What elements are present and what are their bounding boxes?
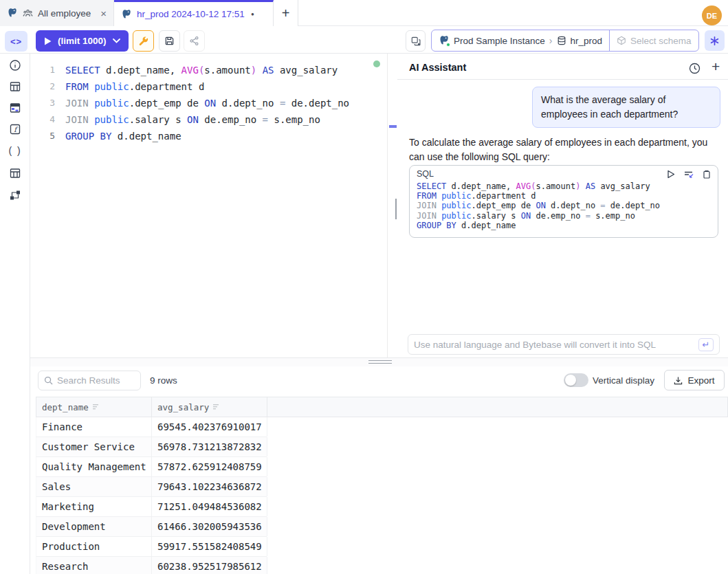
sort-icon[interactable]	[213, 404, 220, 410]
cube-icon	[617, 36, 626, 45]
toggle-knob	[565, 375, 576, 386]
sidebar-item-external-tables[interactable]	[8, 166, 22, 180]
postgres-icon	[439, 35, 450, 46]
table-cell[interactable]: 61466.302005943536	[152, 517, 267, 536]
table-row[interactable]: Customer Service56978.731213872832	[36, 437, 267, 457]
table-row[interactable]: Finance69545.402376910017	[36, 417, 267, 437]
database-selector[interactable]: Prod Sample Instance › hr_prod	[432, 30, 609, 51]
user-message-bubble: What is the average salary of employees …	[532, 87, 720, 128]
table-icon	[9, 167, 21, 179]
search-results-box	[38, 371, 141, 390]
code-line: JOIN public.dept_emp de ON d.dept_no = d…	[417, 201, 711, 210]
search-results-input[interactable]	[57, 375, 135, 386]
table-cell[interactable]: Quality Management	[36, 457, 152, 476]
ai-panel-title: AI Assistant	[409, 62, 466, 73]
table-row[interactable]: Marketing71251.049484536082	[36, 497, 267, 517]
table-cell[interactable]: 59917.551582408549	[152, 537, 267, 556]
enter-key-icon[interactable]: ↵	[698, 338, 714, 351]
sidebar-rail: f ( )	[0, 54, 30, 574]
tab-hr-prod-active[interactable]: hr_prod 2024-10-12 17:51 ●	[114, 0, 274, 26]
table-row[interactable]: Research60238.952517985612	[36, 557, 267, 574]
sidebar-item-data[interactable]	[8, 101, 22, 115]
parentheses-icon: ( )	[8, 145, 21, 156]
sidebar-item-tables[interactable]	[8, 80, 22, 93]
table-cell[interactable]: 69545.402376910017	[152, 417, 267, 437]
format-sql-button[interactable]	[133, 30, 154, 52]
ai-input-box: ↵	[408, 334, 720, 355]
ai-prompt-input[interactable]	[414, 340, 698, 350]
scrollbar-mark	[389, 125, 397, 128]
table-row[interactable]: Quality Management57872.625912408759	[36, 457, 267, 477]
new-chat-button[interactable]: +	[712, 58, 720, 75]
code-line[interactable]: 4JOIN public.salary s ON de.emp_no = s.e…	[30, 111, 397, 128]
column-header-avg_salary[interactable]: avg_salary	[152, 397, 267, 417]
new-tab-button[interactable]: +	[274, 0, 298, 26]
table-cell[interactable]: 71251.049484536082	[152, 497, 267, 516]
table-cell[interactable]: Marketing	[36, 497, 152, 516]
copy-icon[interactable]	[703, 170, 711, 179]
code-line: JOIN public.salary s ON de.emp_no = s.em…	[417, 211, 711, 221]
avatar[interactable]: DE	[702, 5, 722, 25]
code-line[interactable]: 1SELECT d.dept_name, AVG(s.amount) AS av…	[30, 62, 397, 78]
connection-health-dot	[373, 60, 380, 67]
table-cell[interactable]: 60238.952517985612	[152, 557, 267, 574]
close-icon[interactable]: ×	[100, 8, 107, 19]
database-name: hr_prod	[571, 36, 603, 46]
tab-label: All employee	[38, 8, 91, 19]
export-button[interactable]: Export	[664, 370, 725, 390]
results-resize-divider[interactable]	[30, 357, 728, 366]
sidebar-item-procedures[interactable]: ( )	[8, 144, 22, 157]
code-line[interactable]: 5GROUP BY d.dept_name	[30, 128, 397, 144]
line-number: 3	[30, 95, 55, 111]
run-code-icon[interactable]	[667, 170, 675, 179]
colored-table-icon	[9, 102, 21, 114]
column-header-dept_name[interactable]: dept_name	[36, 397, 152, 417]
table-cell[interactable]: 56978.731213872832	[152, 437, 267, 456]
table-row[interactable]: Development61466.302005943536	[36, 517, 267, 537]
save-button[interactable]	[159, 30, 180, 52]
history-clock-icon[interactable]	[689, 63, 701, 74]
code-line[interactable]: 3JOIN public.dept_emp de ON d.dept_no = …	[30, 95, 397, 111]
table-icon	[9, 80, 21, 93]
table-cell[interactable]: Production	[36, 537, 152, 556]
table-cell[interactable]: 57872.625912408759	[152, 457, 267, 476]
table-cell[interactable]: Finance	[36, 417, 152, 437]
run-query-button[interactable]: (limit 1000)	[36, 30, 129, 52]
people-icon	[23, 8, 33, 19]
svg-text:f: f	[14, 126, 19, 133]
tab-all-employee[interactable]: All employee ×	[0, 0, 114, 26]
unsaved-dot-icon: ●	[251, 11, 254, 17]
sidebar-item-schema-diagram[interactable]	[8, 188, 22, 202]
table-cell[interactable]: Customer Service	[36, 437, 152, 456]
results-grid: dept_nameavg_salary Finance69545.4023769…	[36, 397, 728, 574]
table-cell[interactable]: Research	[36, 557, 152, 574]
table-cell[interactable]: Sales	[36, 477, 152, 496]
vertical-display-toggle[interactable]	[564, 373, 588, 387]
panel-resize-handle[interactable]	[395, 199, 397, 219]
editor-toolbar: <> (limit 1000) Prod Sample Instance	[0, 26, 728, 54]
column-header-empty	[267, 397, 727, 417]
batch-query-button[interactable]	[406, 30, 426, 52]
instance-name: Prod Sample Instance	[454, 36, 545, 46]
insert-code-icon[interactable]	[684, 170, 694, 179]
ai-assistant-toggle-button[interactable]	[705, 30, 725, 51]
wrench-icon	[138, 36, 148, 46]
sql-editor-window: All employee × hr_prod 2024-10-12 17:51 …	[0, 0, 728, 574]
schema-diagram-icon	[9, 189, 21, 201]
openai-icon	[709, 36, 720, 46]
sort-icon[interactable]	[93, 404, 100, 410]
schema-selector[interactable]: Select schema	[609, 30, 698, 51]
sidebar-item-functions[interactable]: f	[8, 122, 22, 136]
table-cell[interactable]: 79643.102234636872	[152, 477, 267, 496]
sql-editor[interactable]: 1SELECT d.dept_name, AVG(s.amount) AS av…	[30, 54, 397, 357]
sidebar-item-info[interactable]	[8, 58, 22, 72]
table-cell[interactable]: Development	[36, 517, 152, 536]
code-line[interactable]: 2FROM public.department d	[30, 78, 397, 95]
share-button[interactable]	[184, 30, 205, 52]
table-row[interactable]: Sales79643.102234636872	[36, 477, 267, 497]
code-mode-button[interactable]: <>	[5, 31, 27, 52]
info-icon	[9, 59, 21, 71]
play-icon	[44, 37, 52, 45]
line-number: 2	[30, 78, 55, 95]
table-row[interactable]: Production59917.551582408549	[36, 537, 267, 557]
